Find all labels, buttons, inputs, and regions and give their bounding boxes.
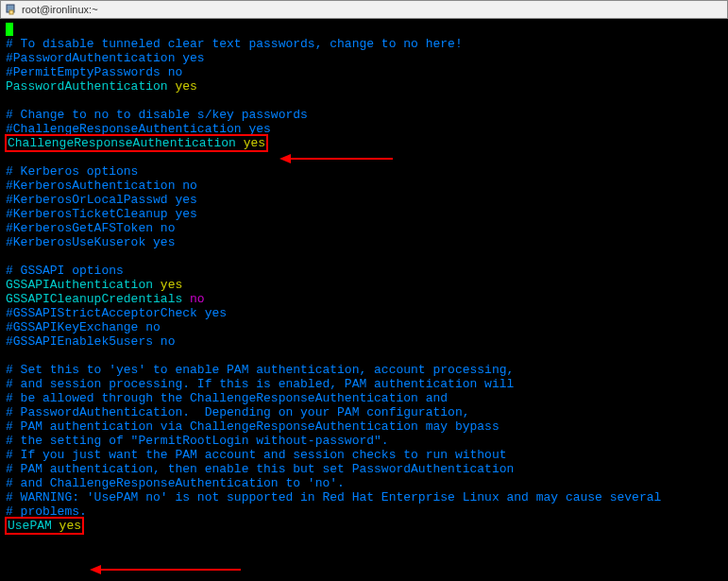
highlighted-setting: ChallengeResponseAuthentication yes [5, 134, 268, 152]
config-comment: #GSSAPIKeyExchange no [6, 320, 161, 334]
config-comment: # and session processing. If this is ena… [6, 377, 514, 391]
config-value: no [190, 292, 205, 306]
highlighted-setting: UsePAM yes [5, 517, 84, 535]
config-comment: # PAM authentication, then enable this b… [6, 462, 514, 476]
config-value: yes [59, 519, 81, 533]
config-key: GSSAPICleanupCredentials [6, 292, 190, 306]
config-comment: # WARNING: 'UsePAM no' is not supported … [6, 490, 661, 504]
annotation-arrow [99, 569, 241, 571]
config-value: yes [161, 278, 182, 292]
terminal-viewport[interactable]: # To disable tunneled clear text passwor… [0, 19, 728, 581]
terminal-cursor [6, 23, 13, 36]
annotation-arrow [289, 158, 393, 160]
config-comment: # If you just want the PAM account and s… [6, 448, 507, 462]
config-comment: # Kerberos options [6, 164, 138, 179]
config-comment: #PasswordAuthentication yes [6, 51, 205, 65]
window-title: root@ironlinux:~ [22, 4, 98, 15]
config-comment: # PasswordAuthentication. Depending on y… [6, 405, 469, 419]
config-comment: #KerberosAuthentication no [6, 179, 197, 193]
config-comment: #PermitEmptyPasswords no [6, 65, 182, 79]
config-comment: # Set this to 'yes' to enable PAM authen… [6, 363, 514, 377]
config-comment: # GSSAPI options [6, 264, 124, 278]
config-value: yes [244, 136, 265, 150]
config-key: UsePAM [8, 519, 59, 533]
config-comment: #KerberosGetAFSToken no [6, 221, 175, 235]
config-key: ChallengeResponseAuthentication [8, 136, 244, 150]
config-comment: # the setting of "PermitRootLogin withou… [6, 434, 389, 448]
config-key: PasswordAuthentication [6, 79, 175, 94]
config-comment: # and ChallengeResponseAuthentication to… [6, 476, 345, 490]
putty-icon [5, 3, 18, 16]
config-value: yes [175, 79, 196, 94]
config-comment: #GSSAPIEnablek5users no [6, 334, 175, 349]
config-comment: # Change to no to disable s/key password… [6, 108, 308, 122]
window-titlebar[interactable]: root@ironlinux:~ [0, 0, 728, 19]
config-comment: #KerberosTicketCleanup yes [6, 207, 197, 221]
config-comment: # To disable tunneled clear text passwor… [6, 37, 463, 51]
config-comment: # PAM authentication via ChallengeRespon… [6, 419, 499, 434]
config-comment: #GSSAPIStrictAcceptorCheck yes [6, 306, 227, 320]
config-comment: # be allowed through the ChallengeRespon… [6, 391, 448, 405]
config-comment: #KerberosOrLocalPasswd yes [6, 193, 197, 207]
config-key: GSSAPIAuthentication [6, 278, 161, 292]
config-comment: #KerberosUseKuserok yes [6, 235, 175, 249]
svg-rect-1 [9, 10, 13, 14]
